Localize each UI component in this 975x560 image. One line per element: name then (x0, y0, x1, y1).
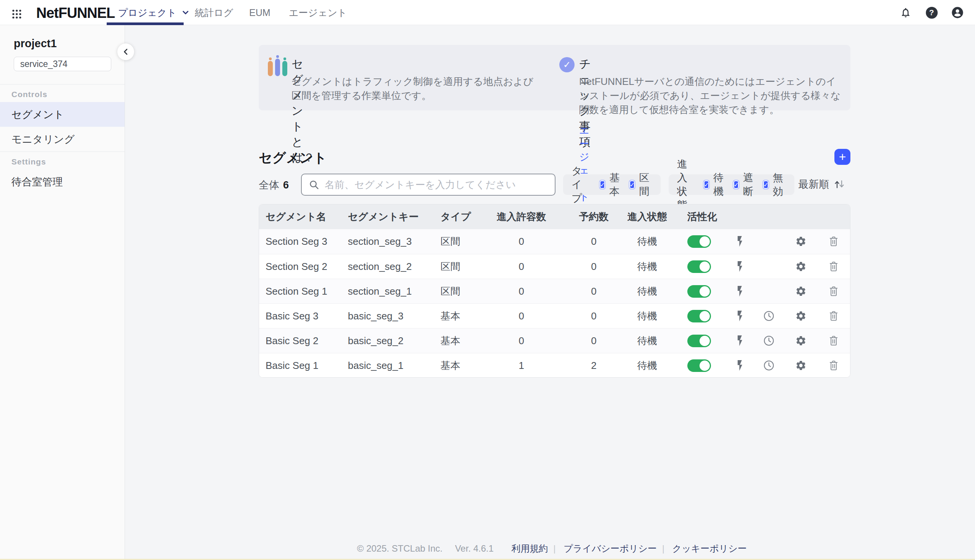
segment-key: section_seg_3 (348, 229, 412, 254)
active-toggle[interactable] (687, 235, 711, 248)
sidebar-section-settings: Settings 待合室管理 (0, 152, 125, 194)
privacy-policy-link[interactable]: プライバシーポリシー (564, 543, 657, 553)
trash-icon[interactable] (828, 261, 840, 272)
sidebar-collapse-button[interactable] (117, 43, 134, 60)
segment-key: basic_seg_1 (348, 353, 403, 378)
clock-icon[interactable] (763, 310, 774, 322)
segment-type: 区間 (440, 229, 460, 254)
reserved-count: 0 (564, 229, 623, 254)
trash-icon[interactable] (828, 310, 840, 322)
bolt-icon[interactable] (733, 236, 745, 247)
segment-key: basic_seg_2 (348, 328, 403, 353)
entry-allowed-count: 0 (492, 304, 551, 328)
active-toggle[interactable] (687, 310, 711, 322)
checkbox-icon: ✓ (703, 180, 710, 190)
checkbox-icon: ✓ (599, 180, 606, 190)
bolt-icon[interactable] (733, 285, 745, 297)
segment-type: 区間 (440, 254, 460, 279)
app-grid-icon[interactable] (11, 8, 23, 20)
checkbox-icon: ✓ (763, 180, 769, 190)
help-icon[interactable]: ? (925, 7, 938, 19)
table-row[interactable]: Basic Seg 2 basic_seg_2 基本 0 0 待機 (259, 328, 850, 353)
col-header-state: 進入状態 (625, 205, 669, 229)
tab-stats-log[interactable]: 統計ログ (195, 0, 233, 25)
active-toggle[interactable] (687, 260, 711, 273)
gear-icon[interactable] (795, 236, 806, 247)
segment-name: Section Seg 1 (266, 279, 327, 304)
sidebar-item-segment[interactable]: セグメント (0, 102, 125, 127)
sidebar-item-waiting-room[interactable]: 待合室管理 (0, 169, 125, 194)
checkbox-icon: ✓ (629, 180, 636, 190)
filter-bar: 全体6 タイプ ✓ 基本 ✓ 区間 進入状態 ✓ 待機 ✓ (259, 173, 850, 197)
netfunnel-logo[interactable]: NetFUNNEL (36, 5, 115, 21)
sidebar: project1 service_374 Controls セグメント モニタリ… (0, 25, 125, 560)
gear-icon[interactable] (795, 261, 806, 272)
active-toggle[interactable] (687, 335, 711, 347)
account-icon[interactable] (952, 7, 963, 19)
entry-allowed-count: 0 (492, 254, 551, 279)
table-row[interactable]: Section Seg 3 section_seg_3 区間 0 0 待機 (259, 229, 850, 254)
trash-icon[interactable] (828, 236, 840, 247)
entry-state: 待機 (625, 328, 669, 353)
segment-name: Section Seg 2 (266, 254, 327, 279)
bolt-icon[interactable] (733, 261, 745, 272)
banner-desc: NetFUNNELサーバとの通信のためにはエージェントのインストールが必須であり… (579, 75, 844, 117)
tab-eum[interactable]: EUM (249, 0, 271, 25)
table-row[interactable]: Section Seg 1 section_seg_1 区間 0 0 待機 (259, 279, 850, 303)
col-header-name: セグメント名 (266, 205, 326, 229)
terms-link[interactable]: 利用規約 (511, 543, 548, 553)
checkbox-type-basic[interactable]: ✓ 基本 (599, 171, 622, 198)
col-header-reserved: 予約数 (564, 205, 623, 229)
sort-control[interactable]: 最新順 (798, 177, 845, 191)
total-count: 全体6 (259, 178, 289, 192)
table-row[interactable]: Section Seg 2 section_seg_2 区間 0 0 待機 (259, 254, 850, 279)
table-row[interactable]: Basic Seg 1 basic_seg_1 基本 1 2 待機 (259, 353, 850, 378)
entry-allowed-count: 0 (492, 229, 551, 254)
bolt-icon[interactable] (733, 310, 745, 322)
gear-icon[interactable] (795, 285, 806, 297)
tab-project[interactable]: プロジェクト (118, 0, 189, 25)
gear-icon[interactable] (795, 335, 806, 347)
gear-icon[interactable] (795, 310, 806, 322)
trash-icon[interactable] (828, 285, 840, 297)
reserved-count: 0 (564, 254, 623, 279)
entry-allowed-count: 1 (492, 353, 551, 378)
project-title: project1 (0, 25, 125, 50)
chevron-left-icon (122, 48, 129, 55)
trash-icon[interactable] (828, 335, 840, 347)
trash-icon[interactable] (828, 360, 840, 371)
active-toggle[interactable] (687, 285, 711, 298)
entry-state: 待機 (625, 254, 669, 279)
table-body: Section Seg 3 section_seg_3 区間 0 0 待機 Se… (259, 229, 850, 378)
clock-icon[interactable] (763, 335, 774, 347)
reserved-count: 2 (564, 353, 623, 378)
checkbox-state-waiting[interactable]: ✓ 待機 (703, 171, 727, 198)
table-row[interactable]: Basic Seg 3 basic_seg_3 基本 0 0 待機 (259, 303, 850, 328)
banner-desc: セグメントはトラフィック制御を適用する地点および区間を管理する作業単位です。 (291, 75, 543, 103)
segment-type: 基本 (440, 328, 460, 353)
service-selector[interactable]: service_374 (14, 57, 111, 71)
check-icon: ✓ (559, 57, 575, 72)
clock-icon[interactable] (763, 360, 774, 371)
segment-key: section_seg_2 (348, 254, 412, 279)
search-input[interactable] (324, 179, 548, 191)
entry-state: 待機 (625, 304, 669, 328)
topbar-actions: ? (900, 0, 975, 25)
checkbox-state-disabled[interactable]: ✓ 無効 (763, 171, 786, 198)
checkbox-state-blocked[interactable]: ✓ 遮断 (733, 171, 756, 198)
entry-allowed-count: 0 (492, 279, 551, 304)
bell-icon[interactable] (900, 7, 912, 19)
segment-name: Basic Seg 2 (266, 328, 319, 353)
active-toggle[interactable] (687, 359, 711, 372)
checkbox-type-section[interactable]: ✓ 区間 (629, 171, 652, 198)
sidebar-item-monitoring[interactable]: モニタリング (0, 127, 125, 152)
segment-type: 基本 (440, 304, 460, 328)
chevron-down-icon (182, 9, 189, 16)
col-header-allowed: 進入許容数 (492, 205, 551, 229)
gear-icon[interactable] (795, 360, 806, 371)
bolt-icon[interactable] (733, 335, 745, 347)
bolt-icon[interactable] (733, 360, 745, 371)
tab-agent[interactable]: エージェント (289, 0, 347, 25)
cookie-policy-link[interactable]: クッキーポリシー (672, 543, 747, 553)
add-segment-button[interactable]: + (835, 149, 850, 165)
